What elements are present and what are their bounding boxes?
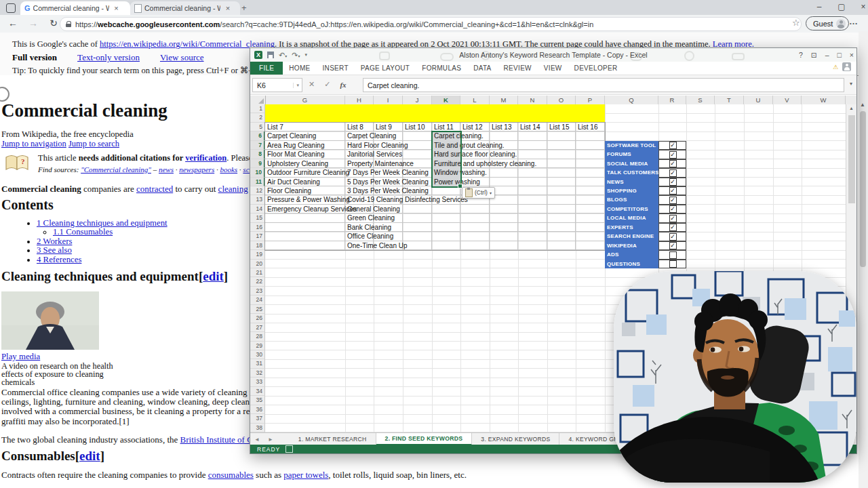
sheet-nav-prev-icon[interactable]: ◄ bbox=[250, 433, 264, 445]
row-header-21[interactable]: 21 bbox=[250, 268, 265, 277]
toc-link[interactable]: 2 Workers bbox=[37, 237, 72, 246]
tab-close-icon[interactable]: × bbox=[223, 4, 233, 12]
column-header-I[interactable]: I bbox=[374, 96, 403, 104]
inline-link[interactable]: contracted bbox=[136, 184, 173, 194]
insert-function-icon[interactable]: fx bbox=[340, 81, 346, 89]
column-header-T[interactable]: T bbox=[715, 96, 744, 104]
toc-link[interactable]: 4 References bbox=[37, 255, 81, 264]
undo-icon[interactable]: ↶▾ bbox=[279, 51, 287, 60]
row-header-17[interactable]: 17 bbox=[250, 232, 265, 241]
row-header-8[interactable]: 8 bbox=[250, 150, 265, 159]
inline-link[interactable]: paper towels bbox=[283, 470, 328, 480]
row-header-13[interactable]: 13 bbox=[250, 195, 265, 204]
column-header-N[interactable]: N bbox=[518, 96, 547, 104]
toc-link[interactable]: 3 See also bbox=[37, 245, 72, 255]
row-header-29[interactable]: 29 bbox=[250, 342, 265, 350]
column-header-O[interactable]: O bbox=[547, 96, 576, 104]
formula-bar-input[interactable]: Carpet cleaning. bbox=[363, 78, 844, 92]
row-header-5[interactable]: 5 bbox=[250, 123, 265, 131]
row-header-24[interactable]: 24 bbox=[250, 296, 265, 304]
inline-link[interactable]: news bbox=[159, 165, 174, 174]
cache-link-text-only-version[interactable]: Text-only version bbox=[77, 52, 140, 63]
row-header-38[interactable]: 38 bbox=[250, 424, 265, 432]
video-thumbnail[interactable] bbox=[1, 291, 99, 350]
checkbox-checked[interactable]: ✓ bbox=[669, 205, 677, 213]
grid-scroll-up-icon[interactable]: ▲ bbox=[849, 106, 854, 110]
toc-link[interactable]: 1.1 Consumables bbox=[53, 227, 113, 237]
inline-link[interactable]: "Commercial cleaning" bbox=[81, 165, 151, 174]
row-header-37[interactable]: 37 bbox=[250, 414, 265, 423]
excel-restore-button[interactable]: □ bbox=[837, 51, 842, 59]
column-header-P[interactable]: P bbox=[576, 96, 605, 104]
user-profile-icon[interactable] bbox=[842, 62, 851, 71]
checkbox-unchecked[interactable] bbox=[669, 260, 677, 268]
browser-menu-icon[interactable]: … bbox=[849, 16, 858, 26]
paste-options-button[interactable]: (Ctrl)▾ bbox=[462, 187, 495, 199]
ribbon-tab-review[interactable]: REVIEW bbox=[498, 62, 538, 75]
row-header-10[interactable]: 10 bbox=[250, 168, 265, 177]
scrollbar-thumb[interactable] bbox=[860, 111, 866, 267]
page-scrollbar[interactable]: ▲ bbox=[859, 31, 868, 488]
name-box[interactable]: K6▾ bbox=[252, 78, 302, 92]
inline-link[interactable]: Jump to navigation bbox=[1, 139, 66, 148]
macro-record-icon[interactable] bbox=[285, 445, 293, 453]
row-header-1[interactable]: 1 bbox=[250, 104, 265, 113]
checkbox-unchecked[interactable] bbox=[669, 251, 677, 259]
ribbon-tab-insert[interactable]: INSERT bbox=[317, 62, 355, 75]
checkbox-checked[interactable]: ✓ bbox=[669, 224, 677, 231]
row-header-14[interactable]: 14 bbox=[250, 205, 265, 214]
window-maximize-button[interactable]: ▢ bbox=[835, 2, 848, 12]
help-button[interactable]: ? bbox=[799, 51, 803, 59]
row-header-6[interactable]: 6 bbox=[250, 131, 265, 140]
checkbox-checked[interactable]: ✓ bbox=[669, 169, 677, 177]
tab-close-icon[interactable]: × bbox=[112, 4, 121, 12]
play-media-link[interactable]: Play media bbox=[1, 352, 40, 362]
column-header-L[interactable]: L bbox=[460, 96, 490, 104]
formula-bar-expand-icon[interactable]: ▾ bbox=[850, 81, 852, 87]
cache-link-view-source[interactable]: View source bbox=[160, 52, 204, 63]
new-tab-button[interactable]: + bbox=[241, 3, 247, 13]
ribbon-tab-view[interactable]: VIEW bbox=[538, 62, 568, 75]
column-header-U[interactable]: U bbox=[744, 96, 773, 104]
customize-qat-icon[interactable]: ▾ bbox=[304, 52, 307, 58]
row-header-12[interactable]: 12 bbox=[250, 186, 265, 195]
row-header-23[interactable]: 23 bbox=[250, 287, 265, 296]
row-header-27[interactable]: 27 bbox=[250, 323, 265, 332]
column-header-Q[interactable]: Q bbox=[605, 96, 658, 104]
row-header-35[interactable]: 35 bbox=[250, 396, 265, 405]
sheet-tab-2-find-seed-keywords[interactable]: 2. FIND SEED KEYWORDS bbox=[376, 433, 473, 445]
row-header-20[interactable]: 20 bbox=[250, 260, 265, 268]
row-header-36[interactable]: 36 bbox=[250, 405, 265, 414]
checkbox-checked[interactable]: ✓ bbox=[669, 197, 677, 204]
back-button[interactable]: ← bbox=[7, 18, 19, 28]
checkbox-checked[interactable]: ✓ bbox=[669, 233, 677, 241]
inline-link[interactable]: Jump to search bbox=[68, 139, 119, 148]
ribbon-tab-page-layout[interactable]: PAGE LAYOUT bbox=[355, 62, 416, 75]
row-header-2[interactable]: 2 bbox=[250, 113, 265, 122]
row-header-11[interactable]: 11 bbox=[250, 178, 265, 186]
row-header-30[interactable]: 30 bbox=[250, 350, 265, 359]
grid-scroll-thumb[interactable] bbox=[848, 115, 855, 203]
edit-link[interactable]: edit bbox=[79, 449, 100, 463]
column-header-R[interactable]: R bbox=[658, 96, 686, 104]
inline-link[interactable]: verification bbox=[185, 153, 226, 163]
row-header-15[interactable]: 15 bbox=[250, 214, 265, 222]
toc-link[interactable]: 1 Cleaning techniques and equipment bbox=[37, 218, 167, 228]
browser-tab[interactable]: Commercial cleaning - Wikipedi× bbox=[130, 1, 240, 15]
checkbox-checked[interactable]: ✓ bbox=[669, 142, 677, 149]
sheet-nav-next-icon[interactable]: ► bbox=[264, 433, 277, 445]
row-header-18[interactable]: 18 bbox=[250, 241, 265, 250]
checkbox-checked[interactable]: ✓ bbox=[669, 178, 677, 186]
ribbon-display-button[interactable]: ⊡ bbox=[811, 51, 817, 59]
row-header-33[interactable]: 33 bbox=[250, 378, 265, 386]
edit-link[interactable]: edit bbox=[203, 269, 224, 283]
window-close-button[interactable]: × bbox=[856, 2, 868, 12]
ribbon-tab-developer[interactable]: DEVELOPER bbox=[568, 62, 624, 75]
select-all-corner[interactable] bbox=[250, 96, 266, 104]
row-header-16[interactable]: 16 bbox=[250, 223, 265, 232]
reload-button[interactable]: ↻ bbox=[47, 18, 60, 28]
row-header-26[interactable]: 26 bbox=[250, 314, 265, 323]
sheet-tab-3-expand-keywords[interactable]: 3. EXPAND KEYWORDS bbox=[472, 433, 559, 445]
enter-icon[interactable]: ✓ bbox=[324, 80, 330, 89]
checkbox-checked[interactable]: ✓ bbox=[669, 215, 677, 222]
